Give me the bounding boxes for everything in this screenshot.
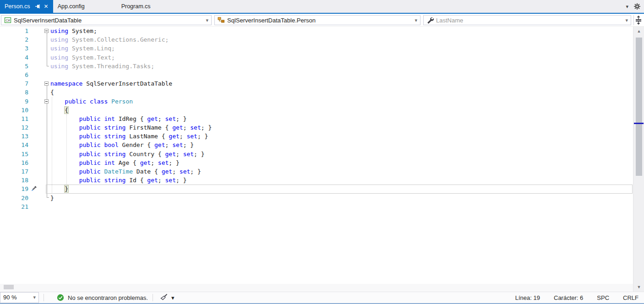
code-line-1[interactable]: 1using System; [0,27,633,35]
code-text[interactable]: using System; [50,27,633,35]
code-line-19[interactable]: 19 } [0,185,633,193]
code-line-8[interactable]: 8{ [0,88,633,97]
document-health-indicator[interactable]: No se encontraron problemas. [57,294,148,301]
code-text[interactable] [50,202,633,211]
code-editor[interactable]: 1using System;2using System.Collections.… [0,27,633,284]
vertical-scrollbar[interactable]: ▲ ▼ [633,27,644,292]
code-text[interactable]: using System.Linq; [50,44,633,53]
line-number[interactable]: 13 [0,132,28,141]
code-line-6[interactable]: 6 [0,71,633,79]
code-text[interactable]: using System.Collections.Generic; [50,35,633,44]
code-line-13[interactable]: 13 public string LastName { get; set; } [0,132,633,141]
split-editor-icon [635,16,642,25]
window-list-chevron-icon[interactable]: ▾ [626,4,628,10]
code-text[interactable]: public string LastName { get; set; } [50,132,633,141]
code-line-12[interactable]: 12 public string FirstName { get; set; } [0,123,633,132]
line-number[interactable]: 17 [0,167,28,176]
line-number[interactable]: 3 [0,44,28,53]
code-line-16[interactable]: 16 public int Age { get; set; } [0,158,633,167]
line-number[interactable]: 9 [0,97,28,106]
zoom-level-dropdown[interactable]: 90 % ▾ [0,292,39,303]
collapse-region-icon[interactable] [44,81,49,86]
collapse-region-icon[interactable] [44,29,49,33]
code-line-10[interactable]: 10 { [0,106,633,114]
code-line-20[interactable]: 20} [0,194,633,202]
scroll-up-icon[interactable]: ▲ [633,27,644,35]
line-number[interactable]: 5 [0,62,28,71]
member-dropdown[interactable]: LastName ▾ [423,15,631,25]
code-text[interactable]: namespace SqlServerInsertDataTable [50,79,633,88]
line-number[interactable]: 1 [0,27,28,35]
code-line-17[interactable]: 17 public DateTime Date { get; set; } [0,167,633,176]
code-line-21[interactable]: 21 [0,202,633,211]
tab-app-config[interactable]: App.config [53,0,117,13]
code-text[interactable]: public DateTime Date { get; set; } [50,167,633,176]
glyph-margin [28,150,44,158]
code-line-4[interactable]: 4using System.Text; [0,53,633,62]
line-number[interactable]: 14 [0,141,28,149]
line-number[interactable]: 2 [0,35,28,44]
code-text[interactable]: public string Id { get; set; } [50,176,633,185]
outlining-margin [44,132,50,141]
code-text[interactable]: { [50,88,633,97]
scrollbar-thumb[interactable] [636,38,642,176]
code-text[interactable]: public string FirstName { get; set; } [50,123,633,132]
code-text[interactable]: } [50,194,633,202]
column-indicator: Carácter: 6 [554,294,583,301]
code-text[interactable]: using System.Threading.Tasks; [50,62,633,71]
line-number[interactable]: 7 [0,79,28,88]
divider [153,294,153,301]
code-text[interactable] [50,71,633,79]
line-number[interactable]: 19 [0,185,28,193]
line-number[interactable]: 12 [0,123,28,132]
line-number[interactable]: 20 [0,194,28,202]
horizontal-scrollbar-thumb[interactable] [4,285,14,289]
outlining-margin [44,62,50,71]
line-ending[interactable]: CRLF [623,294,639,301]
code-text[interactable]: public string Country { get; set; } [50,150,633,158]
code-line-14[interactable]: 14 public bool Gender { get; set; } [0,141,633,149]
class-icon [218,16,225,24]
type-dropdown[interactable]: SqlServerInsertDataTable.Person ▾ [214,15,420,25]
code-line-11[interactable]: 11 public int IdReg { get; set; } [0,114,633,123]
glyph-margin [28,97,44,106]
split-editor-handle[interactable] [633,15,643,25]
collapse-region-icon[interactable] [44,99,49,103]
line-number[interactable]: 18 [0,176,28,185]
outlining-margin [44,141,50,149]
line-number[interactable]: 21 [0,202,28,211]
horizontal-scrollbar[interactable] [0,284,633,292]
line-number[interactable]: 15 [0,150,28,158]
line-number[interactable]: 8 [0,88,28,97]
line-number[interactable]: 11 [0,114,28,123]
code-text[interactable]: public int IdReg { get; set; } [50,114,633,123]
project-dropdown[interactable]: C# SqlServerInsertDataTable ▾ [1,15,212,25]
code-text[interactable]: public class Person [50,97,633,106]
code-line-15[interactable]: 15 public string Country { get; set; } [0,150,633,158]
tab-program-cs[interactable]: Program.cs [117,0,176,13]
code-line-5[interactable]: 5using System.Threading.Tasks; [0,62,633,71]
code-line-7[interactable]: 7namespace SqlServerInsertDataTable [0,79,633,88]
scroll-down-icon[interactable]: ▼ [633,283,644,291]
tab-person-cs[interactable]: Person.cs ✕ [0,0,53,13]
code-line-18[interactable]: 18 public string Id { get; set; } [0,176,633,185]
tab-label: Person.cs [5,3,30,10]
line-number[interactable]: 6 [0,71,28,79]
whitespace-mode[interactable]: SPC [597,294,609,301]
gear-icon[interactable] [634,3,640,10]
code-line-3[interactable]: 3using System.Linq; [0,44,633,53]
code-text[interactable]: } [50,185,633,193]
code-text[interactable]: { [50,106,633,114]
code-cleanup-button[interactable]: ▾ [159,294,175,301]
code-line-9[interactable]: 9 public class Person [0,97,633,106]
close-icon[interactable]: ✕ [44,3,49,10]
code-text[interactable]: public int Age { get; set; } [50,158,633,167]
line-number[interactable]: 16 [0,158,28,167]
code-text[interactable]: using System.Text; [50,53,633,62]
document-tab-strip: Person.cs ✕ App.config Program.cs ▾ [0,0,644,14]
line-number[interactable]: 10 [0,106,28,114]
code-line-2[interactable]: 2using System.Collections.Generic; [0,35,633,44]
pin-icon[interactable] [35,4,40,9]
line-number[interactable]: 4 [0,53,28,62]
code-text[interactable]: public bool Gender { get; set; } [50,141,633,149]
